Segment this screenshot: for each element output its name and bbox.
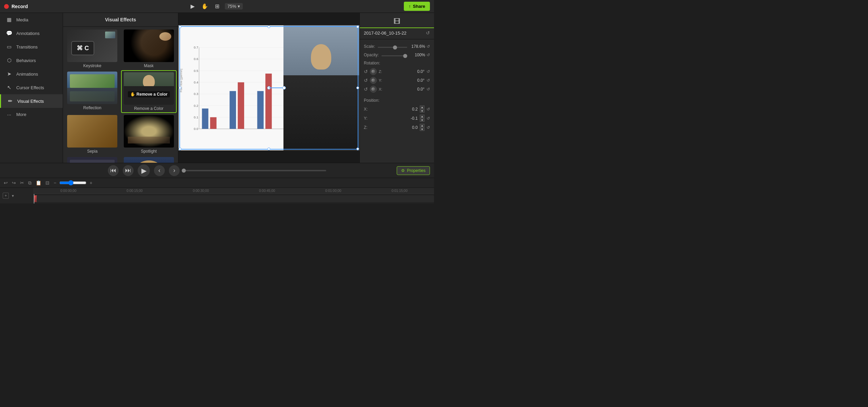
canvas-wrapper: 0.7 0.6 0.5 0.4 0.3 0.2 0.1 0.0 Fuel flo…: [178, 25, 359, 151]
sidebar-item-transitions[interactable]: ▭ Transitions: [0, 40, 63, 54]
top-bar-left: Record: [4, 4, 28, 9]
effect-remove-color[interactable]: ✋ Remove a Color Remove a Color: [121, 70, 177, 113]
playback-progress[interactable]: [184, 170, 326, 171]
effect-mask[interactable]: Mask: [121, 28, 177, 70]
rotation-z-value: 0.0°: [384, 69, 425, 74]
spotlight-thumb: [124, 115, 174, 148]
sidebar-item-visual-effects[interactable]: ✏ Visual Effects: [0, 94, 63, 108]
sidebar-item-media[interactable]: ▦ Media: [0, 13, 63, 26]
svg-text:0.0: 0.0: [194, 127, 198, 131]
rotation-z-ccw[interactable]: ↺: [364, 69, 368, 74]
canvas-area: 0.7 0.6 0.5 0.4 0.3 0.2 0.1 0.0 Fuel flo…: [178, 13, 359, 163]
hand-tool-btn[interactable]: ✋: [200, 2, 210, 10]
cursor-tool-btn[interactable]: ▶: [189, 2, 196, 10]
effect-spotlight[interactable]: Spotlight: [121, 114, 177, 155]
tl-copy[interactable]: ⧉: [27, 179, 33, 187]
tl-zoom-in[interactable]: +: [88, 179, 93, 186]
remove-color-label: Remove a Color: [134, 106, 163, 111]
sidebar-label-behaviors: Behaviors: [16, 58, 36, 63]
sidebar-item-behaviors[interactable]: ⬡ Behaviors: [0, 54, 63, 67]
svg-rect-25: [238, 82, 244, 129]
effect-reflection[interactable]: Reflection: [64, 70, 120, 113]
sidebar-item-cursor-effects[interactable]: ↖ Cursor Effects: [0, 81, 63, 94]
position-x-value: 0.2: [396, 107, 418, 112]
rotation-x-ccw[interactable]: ↺: [364, 86, 368, 92]
sepia-label: Sepia: [87, 149, 98, 154]
rotation-row-label: Rotation:: [360, 59, 434, 67]
tl-cut[interactable]: ✂: [19, 179, 25, 186]
record-dot: [4, 4, 9, 9]
person-in-thumb: [124, 72, 174, 105]
svg-rect-21: [257, 91, 264, 129]
time-mark-4: 0:01:00;00: [300, 189, 366, 193]
share-button[interactable]: ↑ Share: [404, 2, 430, 11]
position-z-value: 0.0: [396, 125, 418, 130]
scale-reset-icon[interactable]: ↺: [427, 44, 430, 49]
rotation-z-reset[interactable]: ↺: [427, 69, 430, 74]
tl-track[interactable]: [34, 194, 434, 204]
position-x-down[interactable]: ▼: [420, 109, 425, 113]
position-y-down[interactable]: ▼: [420, 118, 425, 122]
properties-button[interactable]: ⚙ Properties: [397, 166, 430, 175]
opacity-slider[interactable]: [381, 55, 407, 56]
rotation-x-reset[interactable]: ↺: [427, 87, 430, 92]
sidebar: ▦ Media 💬 Annotations ▭ Transitions ⬡ Be…: [0, 13, 63, 163]
tl-track-area: 0:00:00;00 0:00:15;00 0:00:30;00 0:00:45…: [34, 188, 434, 204]
tl-zoom-out[interactable]: −: [53, 179, 57, 186]
gear-icon: ⚙: [401, 168, 405, 173]
tl-split[interactable]: ⊟: [44, 179, 51, 186]
rotation-x-value: 0.0°: [384, 87, 425, 92]
opacity-reset-icon[interactable]: ↺: [427, 53, 430, 57]
remove-color-overlay-label: ✋ Remove a Color: [128, 91, 170, 97]
scale-slider[interactable]: [378, 47, 407, 48]
tl-redo[interactable]: ↪: [11, 179, 17, 186]
tl-collapse[interactable]: ▼: [10, 193, 16, 198]
rotation-y-value: 0.0°: [384, 78, 425, 83]
crop-tool-btn[interactable]: ⊞: [214, 2, 221, 10]
rotation-y-reset[interactable]: ↺: [427, 78, 430, 83]
svg-text:0.5: 0.5: [194, 69, 198, 73]
effect-item8[interactable]: [121, 156, 177, 163]
position-z-down[interactable]: ▼: [420, 128, 425, 131]
position-z-reset[interactable]: ↺: [427, 125, 430, 130]
tl-add-track[interactable]: +: [3, 193, 9, 199]
position-x-up[interactable]: ▲: [420, 105, 425, 109]
properties-btn-label: Properties: [407, 168, 426, 173]
sidebar-item-animations[interactable]: ➤ Animations: [0, 67, 63, 81]
effect-keystroke[interactable]: ⌘ C Keystroke: [64, 28, 120, 70]
position-z-up[interactable]: ▲: [420, 124, 425, 127]
time-mark-3: 0:00:45;00: [234, 189, 300, 193]
time-mark-5: 0:01:15;00: [367, 189, 433, 193]
prev-frame-button[interactable]: ‹: [154, 165, 165, 176]
position-z-label: Z:: [364, 125, 370, 130]
sidebar-item-annotations[interactable]: 💬 Annotations: [0, 26, 63, 40]
progress-thumb[interactable]: [182, 169, 186, 173]
svg-text:0.6: 0.6: [194, 57, 198, 61]
sidebar-item-more[interactable]: ··· More: [0, 108, 63, 121]
rotation-z-axis: Z:: [379, 70, 382, 74]
effect-sepia[interactable]: Sepia: [64, 114, 120, 155]
play-button[interactable]: ▶: [138, 164, 150, 177]
step-back-button[interactable]: ⏮: [108, 165, 119, 176]
tl-zoom-slider[interactable]: [59, 180, 86, 186]
position-x-reset[interactable]: ↺: [427, 107, 430, 112]
rotation-y-ccw[interactable]: ↺: [364, 78, 368, 83]
sidebar-label-transitions: Transitions: [16, 44, 38, 50]
zoom-selector[interactable]: 75% ▾: [225, 3, 243, 9]
tl-paste[interactable]: 📋: [35, 179, 42, 186]
tl-undo[interactable]: ↩: [3, 179, 9, 186]
next-frame-button[interactable]: ›: [169, 165, 180, 176]
svg-text:0.7: 0.7: [194, 45, 198, 49]
scale-label: Scale:: [364, 44, 375, 49]
position-x-row: X: 0.2 ▲ ▼ ↺: [360, 104, 434, 114]
position-y-up[interactable]: ▲: [420, 115, 425, 118]
item7-thumb: ≡ Interface: [67, 157, 117, 163]
svg-text:0.2: 0.2: [194, 104, 198, 108]
step-forward-button[interactable]: ⏭: [123, 165, 134, 176]
position-y-reset[interactable]: ↺: [427, 116, 430, 121]
properties-panel: 🎞 2017-02-06_10-15-22 ↺ Scale: 178.6% ↺ …: [359, 13, 434, 163]
props-refresh-icon[interactable]: ↺: [426, 30, 430, 36]
playhead[interactable]: [34, 194, 34, 204]
zoom-level: 75%: [228, 4, 236, 9]
effect-item7[interactable]: ≡ Interface: [64, 156, 120, 163]
